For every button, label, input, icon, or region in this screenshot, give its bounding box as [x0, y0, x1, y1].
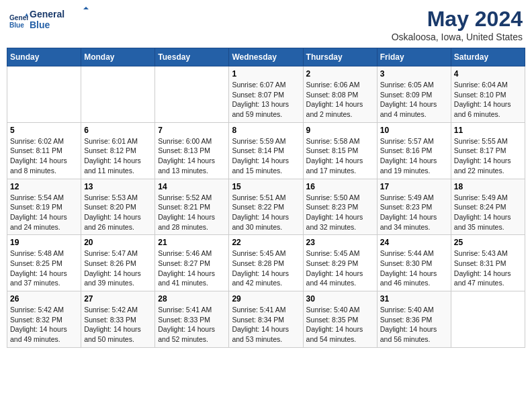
day-info: Sunrise: 5:53 AMSunset: 8:20 PMDaylight:…	[84, 193, 152, 232]
day-number: 9	[306, 126, 374, 135]
day-number: 17	[380, 182, 448, 191]
day-number: 5	[10, 126, 78, 135]
calendar-cell: 16Sunrise: 5:50 AMSunset: 8:23 PMDayligh…	[303, 179, 377, 235]
day-number: 6	[84, 126, 152, 135]
calendar-cell: 21Sunrise: 5:46 AMSunset: 8:27 PMDayligh…	[155, 235, 229, 291]
day-info: Sunrise: 5:41 AMSunset: 8:33 PMDaylight:…	[158, 305, 226, 345]
day-number: 29	[232, 294, 300, 304]
calendar-cell: 3Sunrise: 6:05 AMSunset: 8:09 PMDaylight…	[377, 66, 451, 123]
main-title: May 2024	[392, 7, 523, 32]
day-number: 10	[380, 126, 448, 135]
header-friday: Friday	[377, 48, 451, 66]
day-info: Sunrise: 5:47 AMSunset: 8:26 PMDaylight:…	[84, 248, 152, 288]
svg-marker-4	[83, 7, 89, 9]
calendar-cell: 8Sunrise: 5:59 AMSunset: 8:14 PMDaylight…	[229, 122, 303, 179]
week-row-5: 26Sunrise: 5:42 AMSunset: 8:32 PMDayligh…	[7, 291, 525, 348]
header-sunday: Sunday	[7, 48, 81, 66]
day-info: Sunrise: 5:43 AMSunset: 8:31 PMDaylight:…	[454, 248, 522, 288]
calendar-cell: 5Sunrise: 6:02 AMSunset: 8:11 PMDaylight…	[7, 122, 81, 179]
day-number: 18	[454, 182, 522, 191]
day-number: 24	[380, 238, 448, 247]
header-monday: Monday	[81, 48, 155, 66]
day-number: 3	[380, 69, 448, 79]
calendar-cell: 19Sunrise: 5:48 AMSunset: 8:25 PMDayligh…	[7, 235, 81, 291]
calendar-cell: 15Sunrise: 5:51 AMSunset: 8:22 PMDayligh…	[229, 179, 303, 235]
calendar-cell: 29Sunrise: 5:41 AMSunset: 8:34 PMDayligh…	[229, 291, 303, 348]
calendar-cell: 31Sunrise: 5:40 AMSunset: 8:36 PMDayligh…	[377, 291, 451, 348]
header-wednesday: Wednesday	[229, 48, 303, 66]
svg-text:General: General	[9, 14, 28, 21]
day-info: Sunrise: 5:45 AMSunset: 8:28 PMDaylight:…	[232, 248, 300, 288]
calendar-cell: 24Sunrise: 5:44 AMSunset: 8:30 PMDayligh…	[377, 235, 451, 291]
week-row-4: 19Sunrise: 5:48 AMSunset: 8:25 PMDayligh…	[7, 235, 525, 291]
day-info: Sunrise: 5:57 AMSunset: 8:16 PMDaylight:…	[380, 136, 448, 176]
day-info: Sunrise: 5:49 AMSunset: 8:24 PMDaylight:…	[454, 193, 522, 232]
svg-text:Blue: Blue	[30, 19, 50, 30]
day-info: Sunrise: 5:55 AMSunset: 8:17 PMDaylight:…	[454, 136, 522, 176]
week-row-2: 5Sunrise: 6:02 AMSunset: 8:11 PMDaylight…	[7, 122, 525, 179]
day-number: 21	[158, 238, 226, 247]
week-row-3: 12Sunrise: 5:54 AMSunset: 8:19 PMDayligh…	[7, 179, 525, 235]
calendar-cell	[451, 291, 525, 348]
day-info: Sunrise: 6:06 AMSunset: 8:08 PMDaylight:…	[306, 80, 374, 120]
day-info: Sunrise: 5:45 AMSunset: 8:29 PMDaylight:…	[306, 248, 374, 288]
day-info: Sunrise: 6:00 AMSunset: 8:13 PMDaylight:…	[158, 136, 226, 176]
day-number: 16	[306, 182, 374, 191]
day-info: Sunrise: 5:51 AMSunset: 8:22 PMDaylight:…	[232, 193, 300, 232]
day-info: Sunrise: 5:50 AMSunset: 8:23 PMDaylight:…	[306, 193, 374, 232]
day-info: Sunrise: 5:42 AMSunset: 8:33 PMDaylight:…	[84, 305, 152, 345]
calendar-cell: 27Sunrise: 5:42 AMSunset: 8:33 PMDayligh…	[81, 291, 155, 348]
calendar-cell: 22Sunrise: 5:45 AMSunset: 8:28 PMDayligh…	[229, 235, 303, 291]
day-number: 30	[306, 294, 374, 304]
calendar-body: 1Sunrise: 6:07 AMSunset: 8:07 PMDaylight…	[7, 66, 525, 348]
day-number: 4	[454, 69, 522, 79]
calendar-cell: 20Sunrise: 5:47 AMSunset: 8:26 PMDayligh…	[81, 235, 155, 291]
calendar-cell	[81, 66, 155, 123]
day-number: 25	[454, 238, 522, 247]
calendar-cell: 23Sunrise: 5:45 AMSunset: 8:29 PMDayligh…	[303, 235, 377, 291]
calendar-cell: 10Sunrise: 5:57 AMSunset: 8:16 PMDayligh…	[377, 122, 451, 179]
header-tuesday: Tuesday	[155, 48, 229, 66]
day-number: 13	[84, 182, 152, 191]
svg-text:Blue: Blue	[9, 21, 24, 29]
day-number: 8	[232, 126, 300, 135]
calendar-cell: 7Sunrise: 6:00 AMSunset: 8:13 PMDaylight…	[155, 122, 229, 179]
day-number: 26	[10, 294, 78, 304]
week-row-1: 1Sunrise: 6:07 AMSunset: 8:07 PMDaylight…	[7, 66, 525, 123]
title-block: May 2024 Oskaloosa, Iowa, United States	[392, 7, 523, 42]
day-number: 1	[232, 69, 300, 79]
subtitle: Oskaloosa, Iowa, United States	[392, 32, 523, 42]
calendar-cell: 25Sunrise: 5:43 AMSunset: 8:31 PMDayligh…	[451, 235, 525, 291]
logo-svg: General Blue	[30, 7, 90, 34]
day-info: Sunrise: 5:58 AMSunset: 8:15 PMDaylight:…	[306, 136, 374, 176]
day-info: Sunrise: 6:01 AMSunset: 8:12 PMDaylight:…	[84, 136, 152, 176]
day-info: Sunrise: 6:05 AMSunset: 8:09 PMDaylight:…	[380, 80, 448, 120]
page-header: General Blue General Blue May 2024 Oskal…	[7, 7, 525, 42]
day-number: 31	[380, 294, 448, 304]
day-number: 15	[232, 182, 300, 191]
logo-icon: General Blue	[9, 12, 28, 31]
day-info: Sunrise: 5:41 AMSunset: 8:34 PMDaylight:…	[232, 305, 300, 345]
calendar-cell: 2Sunrise: 6:06 AMSunset: 8:08 PMDaylight…	[303, 66, 377, 123]
calendar-cell: 4Sunrise: 6:04 AMSunset: 8:10 PMDaylight…	[451, 66, 525, 123]
logo: General Blue General Blue	[9, 7, 90, 36]
day-number: 11	[454, 126, 522, 135]
calendar-cell: 17Sunrise: 5:49 AMSunset: 8:23 PMDayligh…	[377, 179, 451, 235]
day-info: Sunrise: 5:42 AMSunset: 8:32 PMDaylight:…	[10, 305, 78, 345]
calendar-cell: 6Sunrise: 6:01 AMSunset: 8:12 PMDaylight…	[81, 122, 155, 179]
day-info: Sunrise: 5:48 AMSunset: 8:25 PMDaylight:…	[10, 248, 78, 288]
calendar-cell: 28Sunrise: 5:41 AMSunset: 8:33 PMDayligh…	[155, 291, 229, 348]
calendar-cell: 1Sunrise: 6:07 AMSunset: 8:07 PMDaylight…	[229, 66, 303, 123]
day-number: 28	[158, 294, 226, 304]
calendar-header: SundayMondayTuesdayWednesdayThursdayFrid…	[7, 48, 525, 66]
day-info: Sunrise: 5:49 AMSunset: 8:23 PMDaylight:…	[380, 193, 448, 232]
day-info: Sunrise: 5:46 AMSunset: 8:27 PMDaylight:…	[158, 248, 226, 288]
calendar-cell: 11Sunrise: 5:55 AMSunset: 8:17 PMDayligh…	[451, 122, 525, 179]
calendar-cell: 9Sunrise: 5:58 AMSunset: 8:15 PMDaylight…	[303, 122, 377, 179]
day-number: 19	[10, 238, 78, 247]
day-number: 23	[306, 238, 374, 247]
day-info: Sunrise: 5:44 AMSunset: 8:30 PMDaylight:…	[380, 248, 448, 288]
calendar-cell: 14Sunrise: 5:52 AMSunset: 8:21 PMDayligh…	[155, 179, 229, 235]
day-number: 7	[158, 126, 226, 135]
day-number: 22	[232, 238, 300, 247]
